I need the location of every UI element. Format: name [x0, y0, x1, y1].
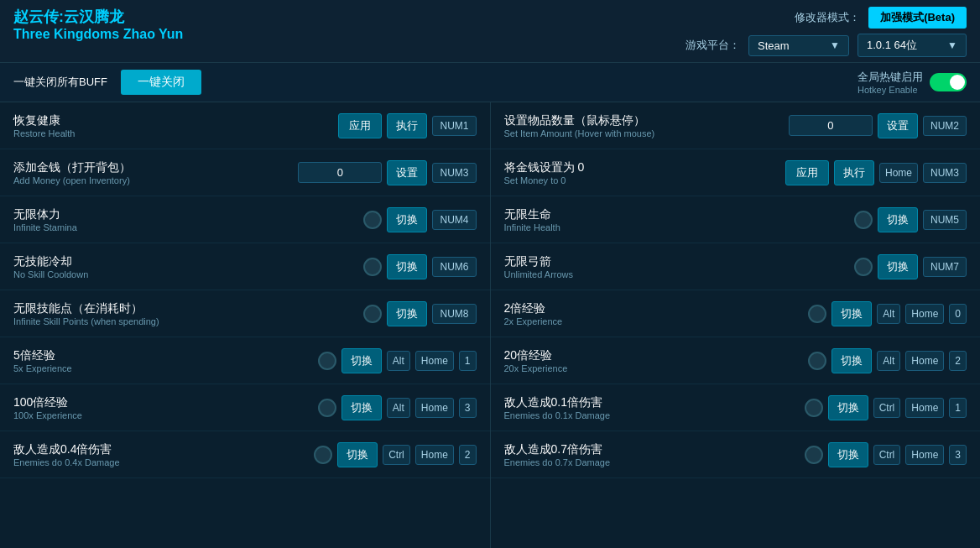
enemies-0.1x-en: Enemies do 0.1x Damage	[504, 410, 805, 420]
hotkey-text: 全局热键启用 Hotkey Enable	[858, 70, 923, 95]
100x-exp-key-3: 3	[459, 398, 477, 418]
left-panel: 恢复健康 Restore Health 应用 执行 NUM1 添加金钱（打开背包…	[0, 102, 491, 548]
feature-infinite-stamina: 无限体力 Infinite Stamina 切换 NUM4	[0, 196, 490, 243]
enemies-0.1x-key-home: Home	[905, 398, 944, 418]
infinite-stamina-toggle-circle[interactable]	[363, 211, 382, 229]
set-item-amount-set-button[interactable]: 设置	[878, 113, 918, 138]
header: 赵云传:云汉腾龙 Three Kingdoms Zhao Yun 修改器模式： …	[0, 0, 980, 63]
5x-exp-toggle-circle[interactable]	[318, 352, 336, 370]
feature-unlimited-arrows: 无限弓箭 Unlimited Arrows 切换 NUM7	[491, 243, 981, 290]
set-item-amount-en: Set Item Amount (Hover with mouse)	[504, 128, 789, 138]
app-container: 赵云传:云汉腾龙 Three Kingdoms Zhao Yun 修改器模式： …	[0, 0, 980, 548]
restore-health-apply-button[interactable]: 应用	[338, 113, 382, 138]
100x-exp-toggle-circle[interactable]	[318, 399, 336, 417]
infinite-health-toggle-circle[interactable]	[854, 211, 873, 229]
add-money-set-button[interactable]: 设置	[387, 160, 427, 185]
infinite-skill-points-toggle-circle[interactable]	[363, 305, 382, 323]
set-money-zero-cn: 将金钱设置为 0	[504, 160, 785, 175]
infinite-skill-points-en: Infinite Skill Points (when spending)	[13, 316, 363, 326]
one-key-close-button[interactable]: 一键关闭	[121, 70, 201, 95]
add-money-input[interactable]	[298, 162, 382, 183]
infinite-health-toggle-button[interactable]: 切换	[878, 207, 918, 232]
feature-infinite-health: 无限生命 Infinite Health 切换 NUM5	[491, 196, 981, 243]
hotkey-toggle[interactable]	[930, 73, 967, 91]
feature-enemies-0.4x: 敌人造成0.4倍伤害 Enemies do 0.4x Damage 切换 Ctr…	[0, 431, 490, 478]
set-money-zero-key-home: Home	[879, 163, 918, 183]
set-item-amount-input[interactable]	[789, 115, 873, 136]
infinite-stamina-toggle-button[interactable]: 切换	[387, 207, 427, 232]
enemies-0.4x-toggle-circle[interactable]	[314, 446, 332, 464]
2x-exp-toggle-button[interactable]: 切换	[831, 301, 872, 326]
unlimited-arrows-toggle-button[interactable]: 切换	[878, 254, 918, 279]
version-value: 1.0.1 64位	[867, 38, 917, 53]
no-skill-cooldown-toggle-circle[interactable]	[363, 258, 382, 276]
right-panel: 设置物品数量（鼠标悬停） Set Item Amount (Hover with…	[491, 102, 981, 548]
no-skill-cooldown-toggle-button[interactable]: 切换	[387, 254, 427, 279]
modifier-label: 修改器模式：	[795, 10, 860, 25]
feature-add-money: 添加金钱（打开背包） Add Money (open Inventory) 设置…	[0, 149, 490, 196]
toolbar-right: 全局热键启用 Hotkey Enable	[858, 70, 967, 95]
infinite-skill-points-key: NUM8	[432, 304, 476, 324]
20x-exp-en: 20x Experience	[504, 363, 809, 373]
20x-exp-cn: 20倍经验	[504, 348, 809, 363]
main-content: 恢复健康 Restore Health 应用 执行 NUM1 添加金钱（打开背包…	[0, 102, 980, 548]
enemies-0.1x-toggle-circle[interactable]	[805, 399, 823, 417]
5x-exp-en: 5x Experience	[13, 363, 318, 373]
one-key-label: 一键关闭所有BUFF	[13, 75, 107, 90]
feature-2x-experience: 2倍经验 2x Experience 切换 Alt Home 0	[491, 290, 981, 337]
enemies-0.1x-key-1: 1	[949, 398, 967, 418]
enemies-0.4x-key-ctrl: Ctrl	[383, 445, 410, 465]
2x-exp-toggle-circle[interactable]	[808, 305, 826, 323]
set-money-zero-apply-button[interactable]: 应用	[785, 160, 829, 185]
100x-exp-en: 100x Experience	[13, 410, 318, 420]
feature-20x-experience: 20倍经验 20x Experience 切换 Alt Home 2	[491, 337, 981, 384]
unlimited-arrows-toggle-circle[interactable]	[854, 258, 873, 276]
unlimited-arrows-cn: 无限弓箭	[504, 254, 854, 269]
feature-no-skill-cooldown: 无技能冷却 No Skill Cooldown 切换 NUM6	[0, 243, 490, 290]
feature-set-money-zero: 将金钱设置为 0 Set Money to 0 应用 执行 Home NUM3	[491, 149, 981, 196]
title-cn: 赵云传:云汉腾龙	[13, 7, 183, 27]
enemies-0.1x-toggle-button[interactable]: 切换	[828, 395, 868, 420]
platform-chevron-icon: ▼	[830, 39, 840, 51]
add-money-key: NUM3	[432, 163, 476, 183]
feature-100x-experience: 100倍经验 100x Experience 切换 Alt Home 3	[0, 384, 490, 431]
unlimited-arrows-key: NUM7	[923, 257, 967, 277]
set-money-zero-en: Set Money to 0	[504, 175, 785, 185]
restore-health-cn: 恢复健康	[13, 113, 338, 128]
restore-health-exec-button[interactable]: 执行	[387, 113, 427, 138]
no-skill-cooldown-key: NUM6	[432, 257, 476, 277]
5x-exp-toggle-button[interactable]: 切换	[341, 348, 382, 373]
feature-restore-health: 恢复健康 Restore Health 应用 执行 NUM1	[0, 102, 490, 149]
infinite-skill-points-toggle-button[interactable]: 切换	[387, 301, 427, 326]
enemies-0.4x-cn: 敌人造成0.4倍伤害	[13, 442, 314, 457]
2x-exp-key-0: 0	[949, 304, 967, 324]
no-skill-cooldown-en: No Skill Cooldown	[13, 269, 363, 279]
set-money-zero-exec-button[interactable]: 执行	[834, 160, 874, 185]
set-money-zero-key-num3: NUM3	[923, 163, 967, 183]
enemies-0.4x-toggle-button[interactable]: 切换	[337, 442, 378, 467]
enemies-0.7x-toggle-button[interactable]: 切换	[828, 442, 868, 467]
infinite-health-cn: 无限生命	[504, 207, 854, 222]
unlimited-arrows-en: Unlimited Arrows	[504, 269, 854, 279]
hotkey-section: 全局热键启用 Hotkey Enable	[858, 70, 967, 95]
20x-exp-toggle-circle[interactable]	[808, 352, 826, 370]
infinite-health-key: NUM5	[923, 210, 967, 230]
infinite-stamina-key: NUM4	[432, 210, 476, 230]
platform-value: Steam	[758, 39, 790, 52]
hotkey-sublabel: Hotkey Enable	[858, 85, 923, 95]
no-skill-cooldown-cn: 无技能冷却	[13, 254, 363, 269]
enemies-0.4x-key-home: Home	[415, 445, 454, 465]
100x-exp-cn: 100倍经验	[13, 395, 318, 410]
restore-health-key: NUM1	[432, 116, 476, 136]
enemies-0.7x-toggle-circle[interactable]	[805, 446, 823, 464]
20x-exp-toggle-button[interactable]: 切换	[831, 348, 872, 373]
version-select[interactable]: 1.0.1 64位 ▼	[858, 34, 967, 57]
mode-button[interactable]: 加强模式(Beta)	[868, 7, 967, 29]
platform-label: 游戏平台：	[685, 38, 740, 53]
enemies-0.7x-cn: 敌人造成0.7倍伤害	[504, 442, 805, 457]
add-money-en: Add Money (open Inventory)	[13, 175, 298, 185]
100x-exp-key-alt: Alt	[387, 398, 410, 418]
100x-exp-toggle-button[interactable]: 切换	[341, 395, 382, 420]
infinite-stamina-cn: 无限体力	[13, 207, 363, 222]
platform-select[interactable]: Steam ▼	[748, 35, 849, 56]
